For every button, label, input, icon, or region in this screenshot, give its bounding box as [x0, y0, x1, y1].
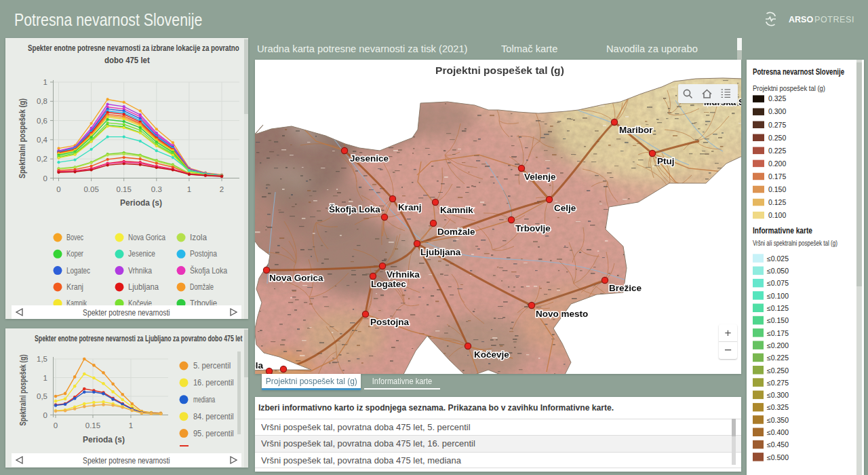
svg-text:Celje: Celje [554, 203, 576, 213]
svg-text:Jesenice: Jesenice [350, 153, 389, 164]
svg-text:Vršni ali spektralni pospešek: Vršni ali spektralni pospešek tal (g) [753, 239, 837, 247]
svg-text:Postojna: Postojna [190, 249, 217, 259]
svg-text:Spektralni pospešek (g): Spektralni pospešek (g) [18, 98, 27, 178]
svg-text:≤0.200: ≤0.200 [767, 341, 789, 349]
svg-text:0.100: 0.100 [768, 211, 786, 219]
svg-text:Izola: Izola [190, 233, 207, 242]
svg-text:0.275: 0.275 [768, 121, 786, 129]
svg-text:95. percentil: 95. percentil [193, 429, 234, 438]
svg-text:Kranj: Kranj [66, 282, 83, 292]
svg-text:ARSO: ARSO [789, 15, 813, 24]
svg-text:2: 2 [220, 185, 224, 193]
svg-text:Bovec: Bovec [66, 233, 83, 242]
svg-text:0.3: 0.3 [151, 185, 162, 193]
svg-text:Vrhnika: Vrhnika [387, 269, 420, 280]
svg-text:0: 0 [56, 185, 60, 193]
svg-text:≤0.250: ≤0.250 [767, 366, 789, 375]
svg-text:Perioda (s): Perioda (s) [83, 435, 125, 444]
svg-text:Logatec: Logatec [371, 279, 406, 289]
svg-text:mediana: mediana [193, 395, 215, 404]
svg-text:0.150: 0.150 [768, 185, 786, 193]
svg-text:Informativne karte: Informativne karte [753, 226, 812, 235]
svg-text:Ptuj: Ptuj [657, 156, 675, 166]
svg-text:≤0.400: ≤0.400 [767, 428, 789, 436]
svg-text:Brežice: Brežice [609, 283, 642, 293]
svg-text:Koper: Koper [66, 249, 83, 259]
svg-text:≤0.325: ≤0.325 [767, 403, 789, 411]
svg-text:16. percentil: 16. percentil [193, 378, 234, 387]
svg-text:≤0.075: ≤0.075 [767, 279, 789, 287]
svg-text:≤0.125: ≤0.125 [767, 304, 789, 312]
svg-text:Jesenice: Jesenice [128, 249, 155, 259]
svg-text:0,5: 0,5 [37, 392, 47, 400]
svg-text:≤0.150: ≤0.150 [767, 316, 789, 324]
svg-text:1,5: 1,5 [37, 355, 47, 363]
svg-text:≤0.500: ≤0.500 [767, 453, 789, 461]
svg-text:5. percentil: 5. percentil [193, 361, 231, 370]
svg-text:≤0.175: ≤0.175 [767, 329, 789, 337]
svg-text:Kamnik: Kamnik [440, 205, 473, 215]
svg-text:Domžale: Domžale [437, 227, 475, 237]
svg-text:Projektni pospešek tal (g): Projektni pospešek tal (g) [753, 84, 825, 92]
svg-text:Maribor: Maribor [619, 125, 653, 135]
svg-text:0.125: 0.125 [768, 198, 786, 206]
svg-text:Vrhnika: Vrhnika [128, 266, 152, 276]
svg-text:Kranj: Kranj [398, 202, 422, 212]
svg-text:Perioda (s): Perioda (s) [120, 198, 162, 208]
svg-text:0.225: 0.225 [768, 147, 786, 155]
svg-text:POTRESI: POTRESI [814, 15, 854, 24]
svg-text:1: 1 [43, 78, 47, 86]
svg-text:≤0.025: ≤0.025 [767, 254, 789, 263]
svg-text:Kamnik: Kamnik [66, 299, 87, 305]
svg-text:Potresna nevarnost Slovenije: Potresna nevarnost Slovenije [753, 67, 844, 77]
svg-text:0,6: 0,6 [37, 117, 47, 125]
svg-text:Kočevje: Kočevje [128, 299, 152, 305]
svg-text:0.15: 0.15 [85, 421, 100, 430]
svg-text:≤0.050: ≤0.050 [767, 267, 789, 275]
svg-text:Logatec: Logatec [66, 266, 90, 276]
svg-text:1: 1 [187, 185, 191, 193]
svg-text:1: 1 [129, 421, 133, 430]
svg-text:0.250: 0.250 [768, 134, 786, 142]
svg-text:≤0.450: ≤0.450 [767, 440, 789, 449]
svg-text:Novo mesto: Novo mesto [536, 309, 588, 319]
svg-text:Spektralni pospešek (g): Spektralni pospešek (g) [18, 355, 28, 426]
svg-text:Domžale: Domžale [190, 282, 214, 292]
svg-text:Nova Gorica: Nova Gorica [128, 233, 165, 242]
svg-text:Kočevje: Kočevje [474, 349, 509, 360]
svg-text:0,8: 0,8 [37, 97, 47, 105]
svg-text:Izola: Izola [255, 360, 263, 370]
svg-text:0,2: 0,2 [37, 155, 47, 163]
svg-text:Postojna: Postojna [370, 317, 409, 327]
svg-text:0: 0 [54, 421, 58, 430]
svg-text:≤0.350: ≤0.350 [767, 416, 789, 424]
svg-text:≤0.100: ≤0.100 [767, 292, 789, 300]
svg-text:84. percentil: 84. percentil [193, 412, 234, 421]
svg-text:Škofja Loka: Škofja Loka [329, 204, 380, 214]
svg-text:0.300: 0.300 [768, 107, 786, 115]
svg-text:0: 0 [43, 411, 47, 419]
svg-text:0.15: 0.15 [117, 185, 132, 193]
svg-text:0.175: 0.175 [768, 172, 786, 180]
svg-text:Nova Gorica: Nova Gorica [269, 273, 323, 283]
svg-text:Ljubljana: Ljubljana [128, 282, 159, 292]
svg-text:0,4: 0,4 [37, 136, 48, 144]
svg-text:0.200: 0.200 [768, 159, 786, 168]
svg-text:1: 1 [43, 374, 47, 382]
svg-text:≤0.275: ≤0.275 [767, 379, 789, 387]
svg-text:≤0.225: ≤0.225 [767, 354, 789, 362]
svg-text:Velenje: Velenje [524, 172, 556, 182]
svg-text:≤0.300: ≤0.300 [767, 391, 789, 399]
svg-text:0.325: 0.325 [768, 94, 786, 102]
svg-text:0: 0 [43, 174, 47, 183]
svg-text:Škofja Loka: Škofja Loka [190, 265, 227, 276]
svg-text:Trbovlje: Trbovlje [190, 299, 217, 305]
svg-text:0.05: 0.05 [83, 185, 98, 193]
svg-text:Trbovlje: Trbovlje [515, 223, 551, 233]
svg-text:Ljubljana: Ljubljana [420, 247, 461, 257]
